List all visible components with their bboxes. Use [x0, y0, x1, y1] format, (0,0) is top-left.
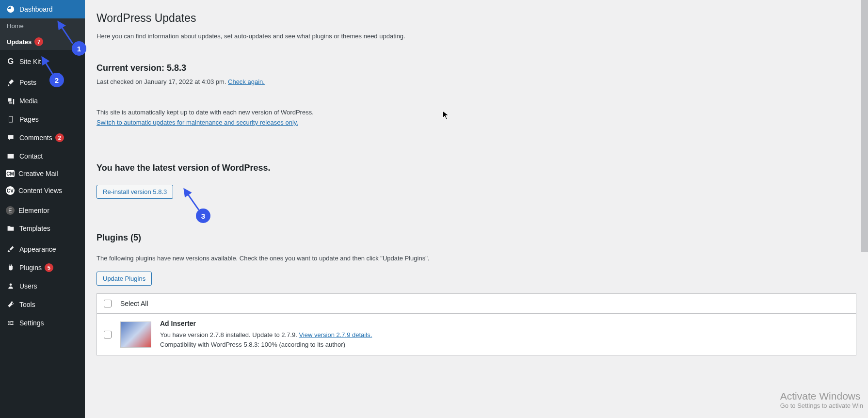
sidebar-item-label: Templates [19, 225, 50, 232]
switch-updates-link[interactable]: Switch to automatic updates for maintena… [96, 119, 298, 126]
sidebar-item-appearance[interactable]: Appearance [0, 240, 85, 258]
sidebar-item-label: Creative Mail [18, 170, 58, 177]
sidebar-item-label: Site Kit [19, 58, 41, 65]
sidebar-item-users[interactable]: Users [0, 277, 85, 295]
view-details-link[interactable]: View version 2.7.9 details. [299, 331, 372, 338]
sidebar-item-label: Elementor [18, 207, 49, 214]
plugin-info: Ad Inserter You have version 2.7.8 insta… [160, 320, 849, 349]
folder-icon [6, 224, 16, 233]
plugin-desc-line2: Compatibility with WordPress 5.8.3: 100%… [160, 340, 849, 350]
sidebar-item-elementor[interactable]: E Elementor [0, 202, 85, 219]
sidebar-item-label: Content Views [18, 187, 62, 194]
update-plugins-button[interactable]: Update Plugins [96, 272, 152, 286]
sidebar-item-posts[interactable]: Posts [0, 73, 85, 92]
scrollbar[interactable] [861, 0, 868, 418]
plugins-heading: Plugins (5) [96, 233, 856, 243]
last-checked-text: Last checked on January 17, 2022 at 4:03… [96, 78, 228, 85]
comment-icon [6, 133, 16, 143]
sidebar-item-comments[interactable]: Comments 2 [0, 129, 85, 147]
media-icon [6, 96, 16, 106]
sidebar-item-label: Users [19, 282, 37, 290]
sidebar-item-label: Dashboard [19, 5, 53, 13]
pin-icon [6, 78, 16, 87]
plugins-desc: The following plugins have new versions … [96, 255, 856, 262]
check-again-link[interactable]: Check again. [228, 78, 265, 85]
table-header: Select All [97, 294, 856, 314]
sidebar-item-label: Appearance [19, 245, 56, 253]
sidebar-item-media[interactable]: Media [0, 92, 85, 110]
submenu-item-updates[interactable]: Updates 7 [0, 33, 85, 50]
sidebar-item-contact[interactable]: Contact [0, 147, 85, 165]
scrollbar-thumb[interactable] [861, 0, 868, 252]
plugin-thumbnail [120, 322, 151, 348]
plugins-table: Select All Ad Inserter You have version … [96, 293, 856, 355]
auto-update-text: This site is automatically kept up to da… [96, 109, 856, 116]
submenu-label: Updates [7, 38, 32, 46]
page-icon [6, 114, 16, 124]
sidebar-item-plugins[interactable]: Plugins 5 [0, 258, 85, 277]
dashboard-submenu: Home Updates 7 [0, 18, 85, 50]
reinstall-button[interactable]: Re-install version 5.8.3 [96, 185, 173, 199]
sliders-icon [6, 318, 16, 328]
sidebar-item-tools[interactable]: Tools [0, 295, 85, 314]
table-row: Ad Inserter You have version 2.7.8 insta… [97, 314, 856, 355]
sidebar-item-dashboard[interactable]: Dashboard [0, 0, 85, 18]
sidebar-item-settings[interactable]: Settings [0, 314, 85, 332]
select-all-checkbox[interactable] [104, 300, 112, 307]
plugin-name: Ad Inserter [160, 320, 849, 327]
updates-badge: 7 [34, 37, 43, 46]
sidebar-item-label: Posts [19, 79, 36, 86]
version-heading: Current version: 5.8.3 [96, 63, 856, 73]
sidebar-item-label: Pages [19, 115, 39, 123]
sidebar-item-label: Tools [19, 301, 35, 308]
svg-point-0 [10, 283, 12, 286]
sidebar-item-contentviews[interactable]: CV Content Views [0, 182, 85, 199]
sidebar-item-creativemail[interactable]: CM Creative Mail [0, 165, 85, 182]
plugin-desc-line1: You have version 2.7.8 installed. Update… [160, 330, 849, 340]
plugins-badge: 5 [45, 263, 53, 272]
elementor-icon: E [6, 206, 15, 215]
brush-icon [6, 244, 16, 254]
user-icon [6, 281, 16, 291]
admin-sidebar: Dashboard Home Updates 7 G Site Kit Post… [0, 0, 85, 418]
sidebar-item-pages[interactable]: Pages [0, 110, 85, 129]
google-icon: G [6, 57, 16, 66]
page-intro: Here you can find information about upda… [96, 32, 856, 40]
wrench-icon [6, 300, 16, 309]
dashboard-icon [6, 4, 16, 14]
cm-icon: CM [6, 170, 15, 177]
sidebar-item-label: Plugins [19, 264, 42, 272]
comments-badge: 2 [55, 133, 64, 142]
main-content: WordPress Updates Here you can find info… [85, 0, 868, 418]
sidebar-item-label: Media [19, 97, 38, 105]
last-checked-line: Last checked on January 17, 2022 at 4:03… [96, 78, 856, 85]
cv-icon: CV [6, 186, 15, 195]
sidebar-item-templates[interactable]: Templates [0, 219, 85, 238]
sidebar-item-label: Settings [19, 319, 44, 327]
plug-icon [6, 263, 16, 273]
latest-heading: You have the latest version of WordPress… [96, 163, 856, 173]
submenu-item-home[interactable]: Home [0, 18, 85, 33]
plugin-checkbox[interactable] [104, 331, 112, 338]
sidebar-item-label: Comments [19, 134, 52, 142]
select-all-label: Select All [120, 300, 148, 307]
mail-icon [6, 151, 16, 161]
sidebar-item-label: Contact [19, 152, 43, 160]
sidebar-item-sitekit[interactable]: G Site Kit [0, 52, 85, 71]
page-title: WordPress Updates [96, 12, 856, 25]
